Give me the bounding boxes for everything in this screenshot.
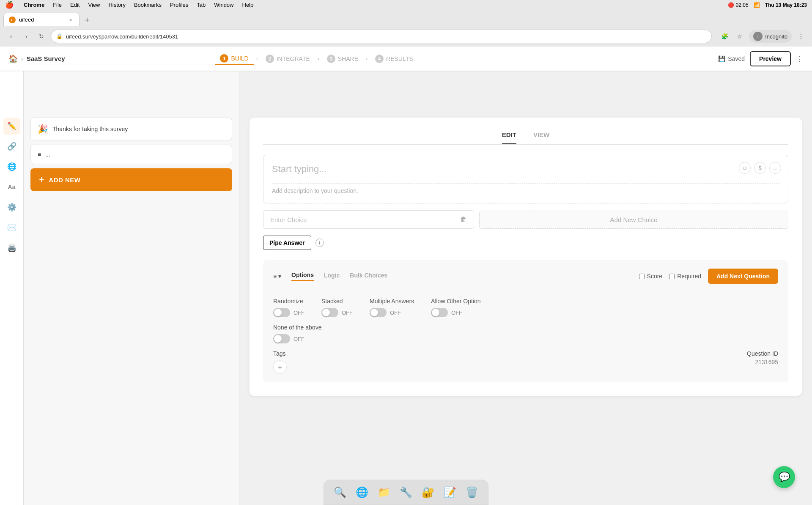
menubar-history[interactable]: History (108, 2, 125, 8)
add-next-question-button[interactable]: Add Next Question (708, 269, 778, 284)
required-checkbox-label[interactable]: Required (669, 273, 701, 280)
browser-tab-active[interactable]: u uifeed × (3, 13, 80, 26)
lock-icon: 🔒 (56, 33, 63, 39)
options-right: Score Required Add Next Question (639, 269, 778, 284)
tool-edit[interactable]: ✏️ (3, 118, 20, 134)
step-results-num: 4 (375, 55, 384, 63)
stacked-toggle[interactable] (321, 308, 338, 317)
toggle-row-1: Randomize OFF Stacked OFF (273, 298, 778, 317)
menubar-tab[interactable]: Tab (197, 2, 206, 8)
randomize-toggle-item: Randomize OFF (273, 298, 304, 317)
step-integrate[interactable]: 2 INTEGRATE (261, 53, 315, 65)
star-icon[interactable]: ☆ (734, 30, 746, 42)
tab-close-btn[interactable]: × (67, 16, 74, 23)
menubar-profiles[interactable]: Profiles (170, 2, 188, 8)
menubar-window[interactable]: Window (214, 2, 233, 8)
tool-sidebar: ✏️ 🔗 🌐 Aa ⚙️ ✉️ 🖨️ (0, 47, 24, 505)
menubar-wifi: 📶 (754, 2, 760, 8)
tab-title: uifeed (19, 16, 34, 23)
pipe-answer-button[interactable]: Pipe Answer (263, 236, 311, 250)
new-tab-button[interactable]: + (81, 14, 93, 26)
step-integrate-num: 2 (266, 55, 274, 63)
tool-print[interactable]: 🖨️ (3, 239, 20, 256)
score-checkbox[interactable] (639, 274, 645, 279)
none-above-off-label: OFF (294, 336, 304, 342)
question-description-input[interactable] (272, 187, 779, 194)
dock-browser[interactable]: 🌐 (353, 483, 371, 502)
tags-label: Tags (273, 350, 287, 357)
question-card-1[interactable]: 🎉 Thanks for taking this survey (30, 118, 232, 140)
choice-input[interactable] (270, 216, 457, 223)
allow-other-toggle[interactable] (431, 308, 448, 317)
step-results-label: RESULTS (386, 55, 413, 62)
step-build[interactable]: 1 BUILD (215, 52, 253, 65)
tool-link[interactable]: 🔗 (3, 138, 20, 155)
incognito-label: Incognito (765, 33, 787, 40)
none-above-toggle[interactable] (273, 334, 290, 343)
step-share[interactable]: 3 SHARE (322, 53, 363, 65)
dock-trash[interactable]: 🗑️ (463, 483, 481, 502)
menubar-app-name[interactable]: Chrome (24, 2, 44, 8)
add-new-button[interactable]: + ADD NEW (30, 168, 232, 191)
randomize-toggle[interactable] (273, 308, 290, 317)
chat-fab-button[interactable]: 💬 (773, 466, 795, 488)
apple-logo[interactable]: 🍎 (5, 1, 14, 9)
dollar-icon[interactable]: $ (754, 162, 766, 174)
tool-globe[interactable]: 🌐 (3, 158, 20, 175)
add-choice-button[interactable]: Add New Choice (479, 211, 788, 229)
step-results[interactable]: 4 RESULTS (370, 53, 418, 65)
question-card-2[interactable]: ≡ ... (30, 145, 232, 164)
forward-button[interactable]: › (20, 30, 32, 42)
more-nav-icon[interactable]: ⋮ (795, 30, 807, 42)
question-id-label: Question ID (747, 350, 778, 357)
dock-finder[interactable]: 🔍 (331, 483, 349, 502)
preview-button[interactable]: Preview (750, 51, 791, 66)
menubar-view[interactable]: View (88, 2, 100, 8)
menubar-file[interactable]: File (53, 2, 62, 8)
dock-notes[interactable]: 📝 (441, 483, 459, 502)
question-type-selector[interactable]: ≡ ▾ (273, 273, 281, 280)
tab-edit[interactable]: EDIT (502, 131, 516, 144)
more-options-button[interactable]: ⋮ (796, 54, 804, 63)
add-tag-button[interactable]: ＋ (273, 360, 287, 374)
menubar-help[interactable]: Help (242, 2, 254, 8)
tool-settings[interactable]: ⚙️ (3, 199, 20, 216)
choice-delete-icon[interactable]: 🗑 (460, 216, 467, 223)
dock-tools[interactable]: 🔧 (397, 483, 415, 502)
multiple-answers-label: Multiple Answers (370, 298, 414, 305)
choices-row: 🗑 Add New Choice (263, 210, 788, 229)
pipe-answer-info-icon[interactable]: i (315, 239, 324, 247)
allow-other-off-label: OFF (451, 310, 462, 316)
tab-bulk-choices[interactable]: Bulk Choices (350, 272, 387, 280)
address-bar[interactable]: 🔒 uifeed.surveysparrow.com/builder/edit/… (51, 30, 712, 43)
required-checkbox[interactable] (669, 274, 675, 279)
reload-button[interactable]: ↻ (36, 30, 47, 42)
home-icon[interactable]: 🏠 (8, 54, 18, 63)
options-panel: ≡ ▾ Options Logic Bulk Choices Score Req… (263, 260, 788, 382)
score-checkbox-label[interactable]: Score (639, 273, 663, 280)
breadcrumb: 🏠 › SaaS Survey (8, 54, 65, 63)
questions-panel: 🎉 Thanks for taking this survey ≡ ... + … (24, 47, 239, 505)
menubar-edit[interactable]: Edit (70, 2, 80, 8)
back-button[interactable]: ‹ (5, 30, 17, 42)
tab-view[interactable]: VIEW (533, 131, 549, 144)
tool-email[interactable]: ✉️ (3, 219, 20, 236)
dots-icon[interactable]: … (769, 162, 781, 174)
dock-security[interactable]: 🔐 (419, 483, 437, 502)
multiple-answers-toggle[interactable] (370, 308, 387, 317)
step-share-num: 3 (327, 55, 335, 63)
menubar-bookmarks[interactable]: Bookmarks (134, 2, 162, 8)
question-2-icon: ≡ (38, 151, 41, 158)
tab-options[interactable]: Options (291, 272, 314, 281)
incognito-button[interactable]: I Incognito (749, 30, 792, 43)
survey-title: SaaS Survey (27, 55, 65, 62)
question-text-input[interactable] (272, 164, 779, 175)
tool-text[interactable]: Aa (3, 178, 20, 195)
tab-logic[interactable]: Logic (324, 272, 340, 280)
extensions-icon[interactable]: 🧩 (719, 30, 730, 42)
smile-icon[interactable]: ☺ (739, 162, 751, 174)
randomize-toggle-wrap: OFF (273, 308, 304, 317)
multiple-answers-off-label: OFF (390, 310, 401, 316)
browser-nav: ‹ › ↻ 🔒 uifeed.surveysparrow.com/builder… (0, 26, 812, 47)
dock-files[interactable]: 📁 (375, 483, 393, 502)
